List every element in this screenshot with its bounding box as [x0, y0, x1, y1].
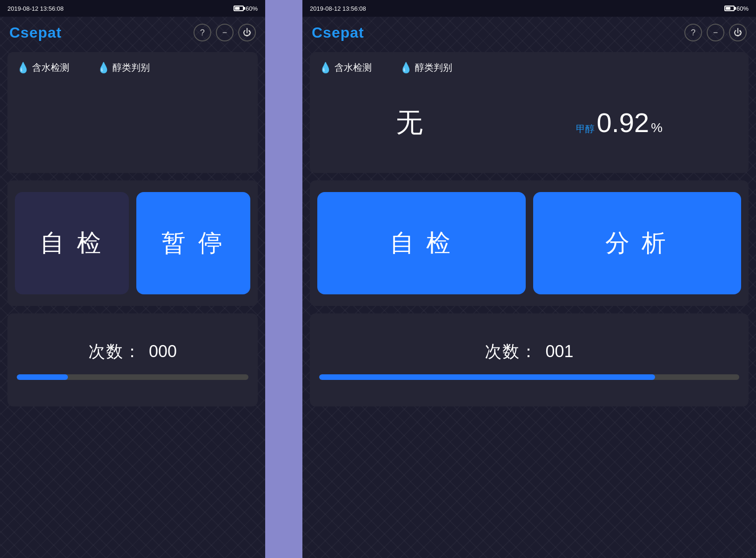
right-battery-icon — [724, 6, 735, 11]
right-count-label: 次数： — [485, 340, 538, 363]
left-alcohol-drop-icon: 💧 — [97, 62, 110, 74]
left-datetime: 2019-08-12 13:56:08 — [7, 5, 64, 12]
right-detection-labels: 💧 含水检测 💧 醇类判别 — [319, 61, 739, 74]
right-alcohol-drop-icon: 💧 — [400, 62, 412, 74]
right-self-check-button[interactable]: 自 检 — [317, 192, 526, 294]
right-minimize-button[interactable]: − — [707, 24, 724, 41]
left-logo: Csepat — [9, 24, 62, 41]
left-water-drop-icon: 💧 — [17, 62, 29, 74]
right-count-value: 001 — [545, 342, 573, 361]
right-logo: Csepat — [312, 24, 364, 41]
left-count-value: 000 — [149, 342, 177, 361]
right-buttons-card: 自 检 分 析 — [310, 180, 749, 306]
left-self-check-button[interactable]: 自 检 — [15, 192, 129, 294]
right-progress-bar-container — [319, 374, 739, 380]
right-methanol-container: 甲醇 0.92 % — [576, 107, 662, 138]
left-alcohol-text: 醇类判别 — [113, 61, 150, 74]
right-battery-percent: 60% — [736, 5, 749, 12]
left-alcohol-label: 💧 醇类判别 — [97, 61, 150, 74]
left-water-label: 💧 含水检测 — [17, 61, 69, 74]
right-header: Csepat ? − ⏻ — [302, 17, 756, 48]
right-count-card: 次数： 001 — [310, 313, 749, 406]
left-detection-labels: 💧 含水检测 💧 醇类判别 — [17, 61, 248, 74]
right-water-value: 无 — [396, 105, 423, 141]
left-progress-bar-fill — [17, 374, 68, 380]
left-count-row: 次数： 000 — [17, 340, 248, 363]
right-battery: 60% — [724, 5, 749, 12]
right-panel: 2019-08-12 13:56:08 60% Csepat ? − ⏻ — [302, 0, 756, 558]
right-methanol-value: 0.92 — [596, 107, 649, 138]
left-status-bar: 2019-08-12 13:56:08 60% — [0, 0, 265, 17]
right-analyze-button[interactable]: 分 析 — [533, 192, 742, 294]
right-power-button[interactable]: ⏻ — [729, 24, 747, 41]
right-help-button[interactable]: ? — [684, 24, 702, 41]
left-battery: 60% — [234, 5, 258, 12]
right-water-text: 含水检测 — [335, 61, 372, 74]
left-header: Csepat ? − ⏻ — [0, 17, 265, 48]
right-progress-bar-fill — [319, 374, 655, 380]
right-status-bar: 2019-08-12 13:56:08 60% — [302, 0, 756, 17]
left-battery-icon — [234, 6, 244, 11]
right-methanol-prefix: 甲醇 — [576, 123, 595, 135]
right-detection-card: 💧 含水检测 💧 醇类判别 无 甲醇 0.92 % — [310, 52, 749, 173]
left-count-label: 次数： — [88, 340, 141, 363]
left-battery-percent: 60% — [246, 5, 258, 12]
right-datetime: 2019-08-12 13:56:08 — [310, 5, 366, 12]
left-count-card: 次数： 000 — [7, 313, 258, 406]
right-header-buttons: ? − ⏻ — [684, 24, 747, 41]
left-power-button[interactable]: ⏻ — [238, 24, 256, 41]
right-alcohol-text: 醇类判别 — [415, 61, 452, 74]
right-count-row: 次数： 001 — [319, 340, 739, 363]
left-detection-card: 💧 含水检测 💧 醇类判别 — [7, 52, 258, 173]
left-minimize-button[interactable]: − — [216, 24, 234, 41]
right-detection-values: 无 甲醇 0.92 % — [319, 81, 739, 164]
left-buttons-card: 自 检 暂 停 — [7, 180, 258, 306]
left-panel: 2019-08-12 13:56:08 60% Csepat ? − ⏻ — [0, 0, 265, 558]
left-help-button[interactable]: ? — [194, 24, 211, 41]
right-alcohol-label: 💧 醇类判别 — [400, 61, 452, 74]
left-pause-button[interactable]: 暂 停 — [136, 192, 250, 294]
right-water-label: 💧 含水检测 — [319, 61, 372, 74]
right-methanol-unit: % — [651, 120, 662, 135]
left-header-buttons: ? − ⏻ — [194, 24, 256, 41]
panel-divider — [265, 0, 302, 558]
left-water-text: 含水检测 — [32, 61, 69, 74]
right-water-drop-icon: 💧 — [319, 62, 332, 74]
left-progress-bar-container — [17, 374, 248, 380]
